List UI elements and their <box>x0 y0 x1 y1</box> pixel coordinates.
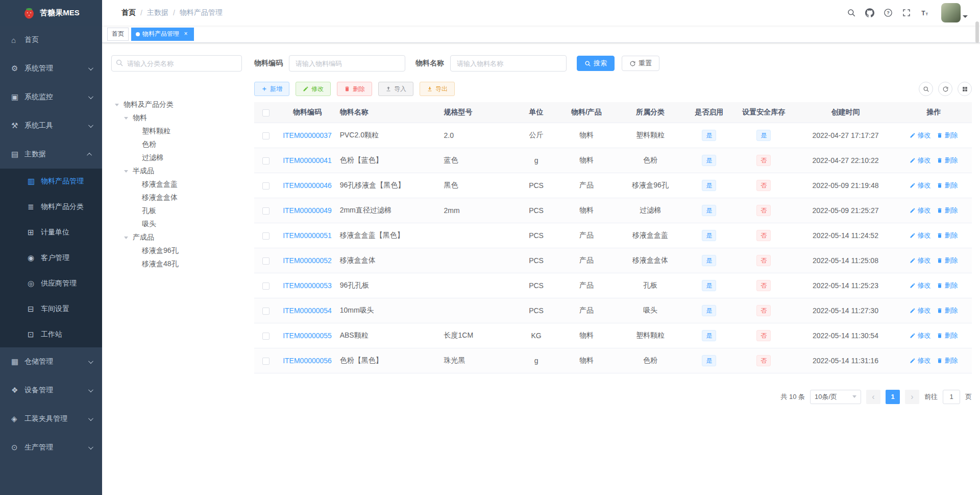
sidebar-subitem[interactable]: ⊞计量单位 <box>0 220 102 245</box>
row-edit-button[interactable]: 修改 <box>910 281 930 290</box>
item-code-link[interactable]: ITEM00000037 <box>283 131 332 139</box>
row-edit-button[interactable]: 修改 <box>910 131 930 140</box>
sidebar-subitem[interactable]: ◉客户管理 <box>0 245 102 271</box>
row-checkbox[interactable] <box>262 157 270 164</box>
row-delete-button[interactable]: 删除 <box>937 131 958 140</box>
item-code-link[interactable]: ITEM00000055 <box>283 332 332 340</box>
sidebar-item[interactable]: ⚙系统管理 <box>0 54 102 83</box>
tree-node[interactable]: 物料 <box>111 111 242 125</box>
column-header[interactable]: 物料编码 <box>278 102 336 123</box>
column-header[interactable]: 是否启用 <box>686 102 732 123</box>
help-icon[interactable]: ? <box>883 8 893 18</box>
sidebar-item[interactable]: ▤主数据 <box>0 140 102 169</box>
sidebar-item[interactable]: ⚒系统工具 <box>0 111 102 140</box>
tree-node[interactable]: 物料及产品分类 <box>111 98 242 111</box>
row-checkbox[interactable] <box>262 132 270 139</box>
row-checkbox[interactable] <box>262 333 270 340</box>
import-button[interactable]: 导入 <box>378 82 413 96</box>
row-delete-button[interactable]: 删除 <box>937 356 958 365</box>
row-delete-button[interactable]: 删除 <box>937 306 958 315</box>
page-1-button[interactable]: 1 <box>886 390 900 404</box>
tree-node[interactable]: 产成品 <box>111 231 242 244</box>
row-edit-button[interactable]: 修改 <box>910 181 930 190</box>
tab-active[interactable]: 物料产品管理× <box>131 28 194 41</box>
tree-node[interactable]: 移液盒盒盖 <box>111 178 242 191</box>
row-edit-button[interactable]: 修改 <box>910 206 930 215</box>
item-code-link[interactable]: ITEM00000054 <box>283 307 332 315</box>
row-checkbox[interactable] <box>262 282 270 290</box>
search-button[interactable]: 搜索 <box>577 56 615 71</box>
tree-node[interactable]: 过滤棉 <box>111 151 242 164</box>
toggle-search-button[interactable] <box>919 82 933 96</box>
sidebar-item[interactable]: ▦仓储管理 <box>0 347 102 376</box>
item-code-link[interactable]: ITEM00000041 <box>283 156 332 164</box>
item-code-link[interactable]: ITEM00000053 <box>283 281 332 290</box>
row-delete-button[interactable]: 删除 <box>937 256 958 265</box>
sidebar-subitem[interactable]: ≣物料产品分类 <box>0 194 102 220</box>
column-header[interactable]: 物料名称 <box>337 102 441 123</box>
sidebar-subitem[interactable]: ⊟车间设置 <box>0 296 102 322</box>
user-menu[interactable] <box>941 3 968 22</box>
goto-page-input[interactable] <box>943 390 960 404</box>
refresh-button[interactable] <box>938 82 952 96</box>
row-edit-button[interactable]: 修改 <box>910 306 930 315</box>
search-icon[interactable] <box>846 8 856 18</box>
sidebar-item[interactable]: ◈工装夹具管理 <box>0 405 102 433</box>
row-edit-button[interactable]: 修改 <box>910 356 930 365</box>
row-edit-button[interactable]: 修改 <box>910 156 930 165</box>
delete-button[interactable]: 删除 <box>337 82 372 96</box>
sidebar-item[interactable]: ⊙生产管理 <box>0 433 102 462</box>
category-search-input[interactable] <box>111 55 242 72</box>
row-checkbox[interactable] <box>262 358 270 365</box>
column-header[interactable]: 规格型号 <box>441 102 514 123</box>
tab-inactive[interactable]: 首页 <box>107 28 129 41</box>
tree-node[interactable]: 吸头 <box>111 218 242 231</box>
page-size-select[interactable]: 10条/页 <box>810 390 861 404</box>
add-button[interactable]: 新增 <box>254 82 289 96</box>
row-edit-button[interactable]: 修改 <box>910 231 930 240</box>
column-header[interactable]: 设置安全库存 <box>732 102 795 123</box>
sidebar-subitem[interactable]: ▥物料产品管理 <box>0 169 102 194</box>
row-delete-button[interactable]: 删除 <box>937 331 958 340</box>
sidebar-subitem[interactable]: ⊡工作站 <box>0 322 102 347</box>
row-checkbox[interactable] <box>262 257 270 265</box>
app-logo[interactable]: 苦糖果MES <box>0 0 102 26</box>
columns-toggle-button[interactable] <box>958 82 972 96</box>
row-delete-button[interactable]: 删除 <box>937 206 958 215</box>
item-code-link[interactable]: ITEM00000051 <box>283 231 332 240</box>
fullscreen-icon[interactable] <box>901 8 912 18</box>
tree-node[interactable]: 半成品 <box>111 164 242 178</box>
tree-node[interactable]: 移液盒48孔 <box>111 257 242 271</box>
row-checkbox[interactable] <box>262 182 270 190</box>
item-code-link[interactable]: ITEM00000052 <box>283 256 332 265</box>
column-header[interactable]: 物料/产品 <box>558 102 615 123</box>
sidebar-subitem[interactable]: ◎供应商管理 <box>0 271 102 296</box>
breadcrumb-item[interactable]: 首页 <box>121 8 136 17</box>
row-delete-button[interactable]: 删除 <box>937 281 958 290</box>
row-edit-button[interactable]: 修改 <box>910 256 930 265</box>
avatar[interactable] <box>941 3 961 22</box>
next-page-button[interactable] <box>905 390 919 404</box>
close-icon[interactable]: × <box>182 31 189 38</box>
tree-node[interactable]: 孔板 <box>111 204 242 218</box>
tree-node[interactable]: 色粉 <box>111 138 242 151</box>
row-delete-button[interactable]: 删除 <box>937 231 958 240</box>
sidebar-item[interactable]: ▣系统监控 <box>0 83 102 111</box>
tree-node[interactable]: 塑料颗粒 <box>111 125 242 138</box>
column-header[interactable]: 操作 <box>896 102 972 123</box>
row-delete-button[interactable]: 删除 <box>937 181 958 190</box>
select-all-checkbox[interactable] <box>262 109 270 116</box>
scrollbar-thumb[interactable] <box>975 21 979 43</box>
row-checkbox[interactable] <box>262 207 270 215</box>
github-icon[interactable] <box>865 8 875 18</box>
tree-node[interactable]: 移液盒盒体 <box>111 191 242 204</box>
sidebar-item[interactable]: ⌂首页 <box>0 26 102 54</box>
row-delete-button[interactable]: 删除 <box>937 156 958 165</box>
export-button[interactable]: 导出 <box>420 82 455 96</box>
item-code-link[interactable]: ITEM00000046 <box>283 181 332 190</box>
item-code-link[interactable]: ITEM00000056 <box>283 357 332 365</box>
material-code-input[interactable] <box>289 55 405 72</box>
column-header[interactable]: 单位 <box>514 102 558 123</box>
tree-node[interactable]: 移液盒96孔 <box>111 244 242 257</box>
item-code-link[interactable]: ITEM00000049 <box>283 206 332 215</box>
